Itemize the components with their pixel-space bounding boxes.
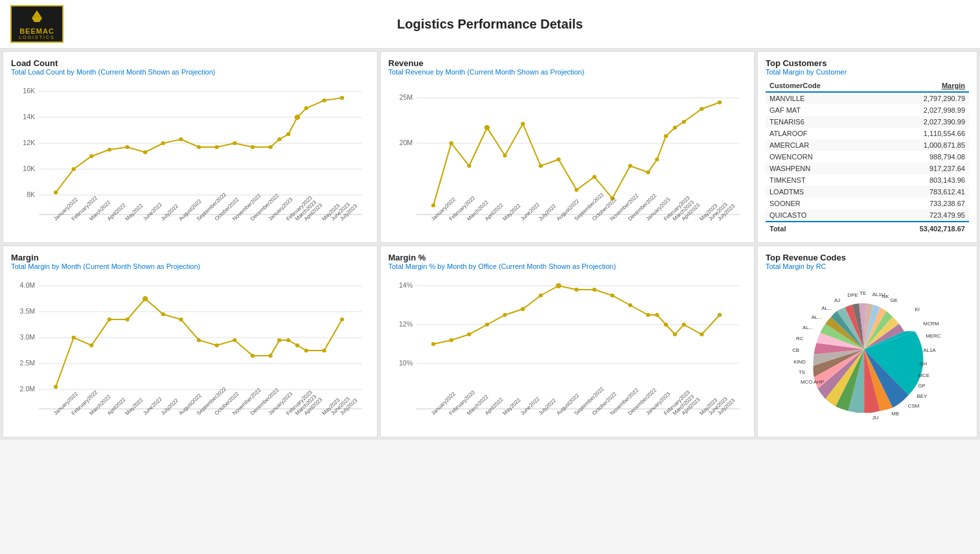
svg-point-27 (286, 132, 290, 136)
col-margin-header: Margin (872, 80, 969, 92)
svg-point-119 (286, 338, 290, 342)
svg-point-73 (700, 107, 703, 111)
svg-point-163 (655, 313, 659, 317)
customer-code: GAF MAT (766, 104, 872, 116)
svg-text:10K: 10K (23, 165, 35, 172)
load-count-chart: 16K 14K 12K 10K 8K (11, 78, 369, 234)
svg-point-14 (72, 167, 76, 171)
svg-point-29 (304, 106, 308, 110)
col-code-header: CustomerCode (766, 80, 872, 92)
svg-text:TS: TS (799, 369, 805, 375)
svg-text:GP: GP (918, 383, 926, 389)
customer-margin: 783,612.41 (872, 186, 969, 198)
svg-text:CSM: CSM (908, 403, 919, 409)
customer-margin: 1,110,554.66 (872, 128, 969, 139)
top-customers-subtitle: Total Margin by Customer (766, 68, 969, 76)
top-revenue-title: Top Revenue Codes (766, 253, 969, 262)
svg-text:12%: 12% (398, 321, 412, 328)
svg-point-71 (672, 126, 676, 130)
svg-text:RC: RC (796, 336, 804, 341)
svg-text:MB: MB (891, 411, 899, 417)
margin-pct-panel: Margin % Total Margin % by Month by Offi… (380, 246, 755, 437)
svg-point-123 (340, 317, 344, 321)
top-revenue-subtitle: Total Margin by RC (766, 262, 969, 270)
svg-point-165 (672, 332, 676, 336)
svg-point-63 (556, 157, 560, 161)
svg-point-28 (295, 115, 301, 120)
customer-row: WASHPENN917,237.64 (766, 163, 969, 174)
svg-point-20 (179, 137, 183, 141)
svg-point-58 (467, 164, 471, 168)
customer-code: WASHPENN (766, 163, 872, 174)
svg-point-155 (521, 307, 525, 311)
customer-row: ATLAROOF1,110,554.66 (766, 128, 969, 139)
svg-point-57 (449, 141, 453, 145)
customer-row: SOONER733,238.67 (766, 198, 969, 209)
svg-text:AJ: AJ (834, 297, 840, 303)
svg-point-154 (503, 313, 507, 317)
svg-text:2.5M: 2.5M (20, 360, 36, 367)
svg-point-160 (610, 294, 614, 297)
pie-chart-container: GE NK AL1U TE DPE AJ AL... AL... AL... R… (766, 273, 969, 422)
svg-point-168 (717, 313, 721, 317)
svg-text:AL...: AL... (803, 325, 813, 330)
customers-table: CustomerCode Margin MANVILLE2,797,290.79… (766, 80, 969, 235)
svg-text:TE: TE (860, 290, 866, 296)
margin-pct-chart: 14% 12% 10% January2022 (389, 273, 747, 428)
svg-point-23 (233, 141, 236, 145)
svg-point-25 (268, 145, 272, 149)
svg-point-69 (655, 157, 659, 161)
revenue-subtitle: Total Revenue by Month (Current Month Sh… (389, 68, 747, 76)
svg-text:MCO AHP: MCO AHP (801, 379, 824, 385)
svg-point-107 (89, 343, 93, 347)
svg-point-26 (277, 137, 281, 141)
svg-point-115 (233, 338, 236, 342)
svg-text:September2022: September2022 (573, 192, 605, 222)
svg-text:10%: 10% (398, 360, 412, 367)
svg-point-120 (295, 343, 299, 347)
total-label: Total (766, 222, 872, 235)
customer-margin: 803,143.96 (872, 174, 969, 186)
svg-point-105 (54, 385, 58, 389)
svg-point-156 (538, 294, 542, 297)
margin-subtitle: Total Margin by Month (Current Month Sho… (11, 262, 369, 270)
customer-row: GAF MAT2,027,998.99 (766, 104, 969, 116)
svg-text:12K: 12K (23, 139, 35, 146)
svg-text:September2022: September2022 (573, 386, 605, 417)
svg-text:May2022: May2022 (501, 397, 522, 417)
customer-row: MANVILLE2,797,290.79 (766, 92, 969, 104)
svg-text:14%: 14% (398, 282, 412, 289)
margin-pct-subtitle: Total Margin % by Month by Office (Curre… (389, 262, 747, 270)
svg-point-106 (72, 336, 76, 340)
svg-point-162 (646, 313, 650, 317)
svg-point-150 (431, 342, 435, 346)
customer-margin: 2,027,390.99 (872, 116, 969, 128)
svg-point-110 (142, 296, 148, 301)
margin-title: Margin (11, 253, 369, 262)
customer-code: TENARIS6 (766, 116, 872, 128)
page-title: Logistics Performance Details (63, 17, 917, 32)
svg-text:8K: 8K (27, 191, 35, 198)
svg-text:MCRM: MCRM (923, 321, 939, 327)
svg-text:KI: KI (915, 306, 920, 312)
total-value: 53,402,718.67 (872, 222, 969, 235)
top-customers-title: Top Customers (766, 58, 969, 68)
svg-text:JU: JU (872, 415, 879, 421)
svg-point-19 (161, 141, 165, 145)
customer-margin: 1,000,871.85 (872, 139, 969, 151)
svg-point-111 (161, 312, 165, 316)
svg-point-161 (628, 303, 632, 307)
top-customers-panel: Top Customers Total Margin by Customer C… (757, 51, 977, 243)
customer-margin: 733,238.67 (872, 198, 969, 209)
svg-point-60 (503, 154, 507, 157)
svg-point-118 (277, 338, 281, 342)
svg-text:20M: 20M (399, 139, 413, 146)
svg-point-18 (143, 150, 147, 154)
customer-code: SOONER (766, 198, 872, 209)
customer-margin: 2,027,998.99 (872, 104, 969, 116)
svg-point-159 (592, 288, 596, 292)
customer-code: MANVILLE (766, 92, 872, 104)
svg-point-62 (538, 164, 542, 168)
svg-point-13 (54, 190, 58, 194)
margin-pct-title: Margin % (389, 253, 747, 262)
